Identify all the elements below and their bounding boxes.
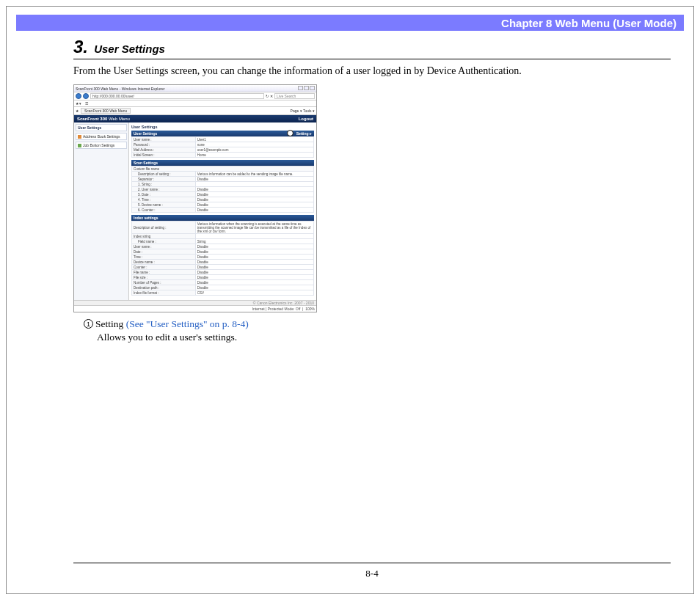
user-settings-bar: User Settings Setting ▸ 1 xyxy=(131,131,314,136)
table-row: User name :Disable xyxy=(132,244,314,249)
table-row: User name :User1 xyxy=(132,137,314,142)
user-settings-bar-title: User Settings xyxy=(134,131,157,136)
favorites-star-icon: ★ xyxy=(76,109,79,113)
forward-icon xyxy=(83,93,89,99)
table-row: 2. User name :Disable xyxy=(132,187,314,192)
user-settings-table: User name :User1 Password :none Mail Add… xyxy=(131,136,314,158)
zoom-level: 100% xyxy=(305,307,315,311)
logout-link: Logout xyxy=(299,117,313,121)
stop-icon: ✕ xyxy=(270,94,273,98)
intro-paragraph: From the User Settings screen, you can c… xyxy=(73,65,671,77)
content-area: 3. User Settings From the User Settings … xyxy=(73,37,671,343)
table-row: Separator :Disable xyxy=(132,177,314,182)
annotation-description: Allows you to edit a user's settings. xyxy=(97,332,671,343)
page-footer: 8-4 xyxy=(73,563,671,579)
window-title-text: ScanFront 300 Web Menu - Windows Interne… xyxy=(76,87,164,91)
scan-settings-table: Custom file name Description of setting … xyxy=(131,166,314,213)
app-main: User Settings User Settings Setting ▸ 1 … xyxy=(129,122,316,300)
search-box: Live Search xyxy=(274,93,315,99)
section-number: 3. xyxy=(73,37,88,56)
table-row: Device name :Disable xyxy=(132,260,314,265)
section-title-text: User Settings xyxy=(94,43,165,55)
table-row: Date :Disable xyxy=(132,249,314,255)
table-row: 6. Counter :Disable xyxy=(132,208,314,213)
table-row: Description of setting :Various informat… xyxy=(132,222,314,234)
annotation-number-icon: 1 xyxy=(84,319,93,329)
table-row: Counter :Disable xyxy=(132,265,314,270)
app-name: ScanFront 300 xyxy=(77,117,107,121)
back-icon xyxy=(76,93,81,99)
app-sidebar: User Settings Address Book Settings Job … xyxy=(74,122,129,300)
sidebar-item-job: Job Button Settings xyxy=(76,142,127,149)
table-row: Initial Screen :Home xyxy=(132,153,314,158)
sidebar-item-address: Address Book Settings xyxy=(76,133,127,140)
table-row: File name :Disable xyxy=(132,270,314,275)
app-body: User Settings Address Book Settings Job … xyxy=(74,122,316,300)
setting-link: Setting ▸ xyxy=(296,131,312,136)
copyright-footer: © Canon Electronics Inc. 2007 - 2010 xyxy=(74,300,316,305)
window-controls xyxy=(297,86,315,91)
sidebar-head: User Settings xyxy=(76,124,127,131)
table-row: Description of setting :Various informat… xyxy=(132,172,314,177)
page-tools: Page ▾ Tools ▾ xyxy=(291,109,315,113)
browser-tab: ScanFront 300 Web Menu xyxy=(81,108,131,114)
status-text: Internet | Protected Mode: Off xyxy=(252,307,301,311)
app-header-bar: ScanFront 300 Web Menu Logout xyxy=(74,115,316,122)
address-book-icon xyxy=(78,135,81,139)
table-row: Password :none xyxy=(132,142,314,147)
index-settings-table: Description of setting :Various informat… xyxy=(131,221,314,296)
browser-titlebar: ScanFront 300 Web Menu - Windows Interne… xyxy=(74,85,316,92)
table-row: 4. Time :Disable xyxy=(132,197,314,202)
section-heading: 3. User Settings xyxy=(73,37,671,59)
embedded-screenshot: ScanFront 300 Web Menu - Windows Interne… xyxy=(73,84,317,312)
scan-settings-bar: Scan Settings xyxy=(131,160,314,166)
chapter-title: Chapter 8 Web Menu (User Mode) xyxy=(501,17,677,29)
table-row: 3. Date :Disable xyxy=(132,192,314,197)
annotation-label: Setting xyxy=(95,318,126,329)
table-row: Index string xyxy=(132,234,314,239)
browser-status-bar: Internet | Protected Mode: Off | 100% xyxy=(74,305,316,312)
table-row: Field name :String xyxy=(132,239,314,244)
table-row: Number of Pages :Disable xyxy=(132,280,314,285)
table-row: Destination path :Disable xyxy=(132,285,314,290)
favorites-icons: ★ ▾ ☰ xyxy=(76,101,88,106)
table-row: Mail Address :user1@example.com xyxy=(132,147,314,153)
table-row: Custom file name xyxy=(132,167,314,172)
browser-nav-bar: http://000.000.00.00/user/ ↻ ✕ Live Sear… xyxy=(74,92,316,100)
favorites-bar: ★ ▾ ☰ xyxy=(74,100,316,107)
table-row: Time :Disable xyxy=(132,255,314,260)
callout-marker-1: 1 xyxy=(287,130,294,136)
table-row: 1. String : xyxy=(132,182,314,187)
address-bar: http://000.000.00.00/user/ xyxy=(90,93,264,99)
job-button-icon xyxy=(78,144,81,147)
annotation-line: 1Setting (See "User Settings" on p. 8-4) xyxy=(84,318,671,330)
tab-toolbar-row: ★ ScanFront 300 Web Menu Page ▾ Tools ▾ xyxy=(74,107,316,115)
chapter-header: Chapter 8 Web Menu (User Mode) xyxy=(16,15,684,31)
table-row: Index file format :CSV xyxy=(132,290,314,296)
main-heading: User Settings xyxy=(131,125,314,129)
refresh-icon: ↻ xyxy=(266,94,269,98)
app-subtitle: Web Menu xyxy=(109,117,130,121)
cross-reference-link[interactable]: (See "User Settings" on p. 8-4) xyxy=(126,318,249,329)
table-row: File size :Disable xyxy=(132,275,314,280)
table-row: 5. Device name :Disable xyxy=(132,202,314,208)
index-settings-bar: Index settings xyxy=(131,215,314,221)
page-number: 8-4 xyxy=(365,568,378,579)
